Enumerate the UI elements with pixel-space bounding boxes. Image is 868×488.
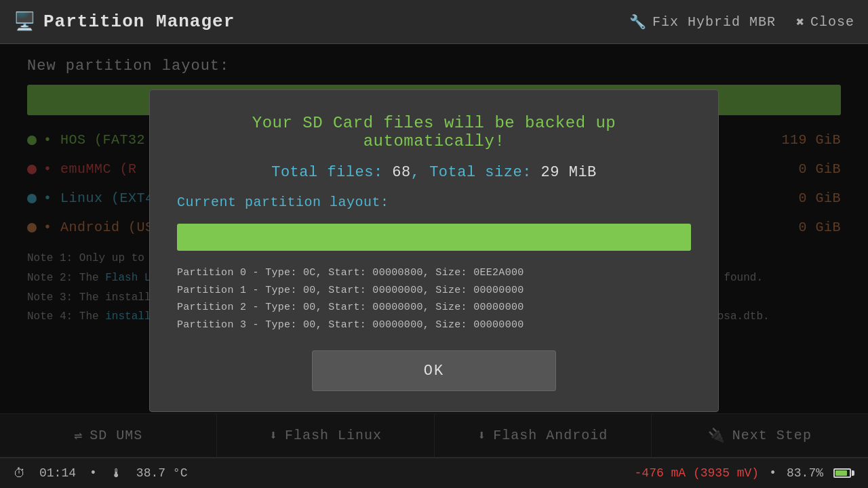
total-size-label: Total size: xyxy=(429,164,532,181)
app-title-group: 🖥️ Partition Manager xyxy=(14,11,235,33)
total-files-value: 68 xyxy=(392,164,410,181)
current-partition-bar xyxy=(177,224,691,251)
modal-overlay: Your SD Card files will be backed up aut… xyxy=(0,44,868,458)
partition-info-0: Partition 0 - Type: 0C, Start: 00000800,… xyxy=(177,264,524,282)
battery-pct: 83.7% xyxy=(787,466,823,480)
titlebar: 🖥️ Partition Manager 🔧 Fix Hybrid MBR ✖ … xyxy=(0,0,868,44)
statusbar-left: ⏱ 01:14 • 🌡 38.7 °C xyxy=(14,466,187,481)
partition-info-1: Partition 1 - Type: 00, Start: 00000000,… xyxy=(177,282,524,300)
statusbar-right: -476 mA (3935 mV) • 83.7% xyxy=(635,466,854,480)
time-display: 01:14 xyxy=(39,466,76,480)
total-files-label: Total files: xyxy=(271,164,382,181)
battery-icon xyxy=(833,468,854,478)
fix-mbr-icon: 🔧 xyxy=(629,14,647,30)
close-icon: ✖ xyxy=(796,14,805,30)
clock-icon: ⏱ xyxy=(14,466,26,481)
modal-dialog: Your SD Card files will be backed up aut… xyxy=(149,89,719,412)
battery-tip xyxy=(852,470,854,476)
current-layout-label: Current partition layout: xyxy=(177,195,389,210)
separator-dot2: • xyxy=(769,466,776,480)
statusbar: ⏱ 01:14 • 🌡 38.7 °C -476 mA (3935 mV) • … xyxy=(0,458,868,488)
partition-info-2: Partition 2 - Type: 00, Start: 00000000,… xyxy=(177,299,524,317)
battery-fill xyxy=(835,470,847,476)
app-title: Partition Manager xyxy=(43,12,235,32)
ok-button[interactable]: OK xyxy=(312,350,556,391)
fix-mbr-button[interactable]: 🔧 Fix Hybrid MBR xyxy=(629,14,776,30)
modal-title: Your SD Card files will be backed up aut… xyxy=(177,114,691,150)
partition-info-block: Partition 0 - Type: 0C, Start: 00000800,… xyxy=(177,264,524,333)
separator-dot: • xyxy=(90,466,97,480)
current-display: -476 mA (3935 mV) xyxy=(635,466,760,480)
partition-info-3: Partition 3 - Type: 00, Start: 00000000,… xyxy=(177,317,524,334)
battery-body xyxy=(833,468,851,478)
total-size-value: 29 MiB xyxy=(541,164,597,181)
header-actions: 🔧 Fix Hybrid MBR ✖ Close xyxy=(629,14,854,30)
app-icon: 🖥️ xyxy=(14,11,35,33)
temp-display: 38.7 °C xyxy=(136,466,188,480)
close-button[interactable]: ✖ Close xyxy=(796,14,854,30)
temp-icon: 🌡 xyxy=(111,466,123,481)
fix-mbr-label: Fix Hybrid MBR xyxy=(652,14,776,30)
close-label: Close xyxy=(810,14,854,30)
modal-stats: Total files: 68, Total size: 29 MiB xyxy=(271,164,597,181)
